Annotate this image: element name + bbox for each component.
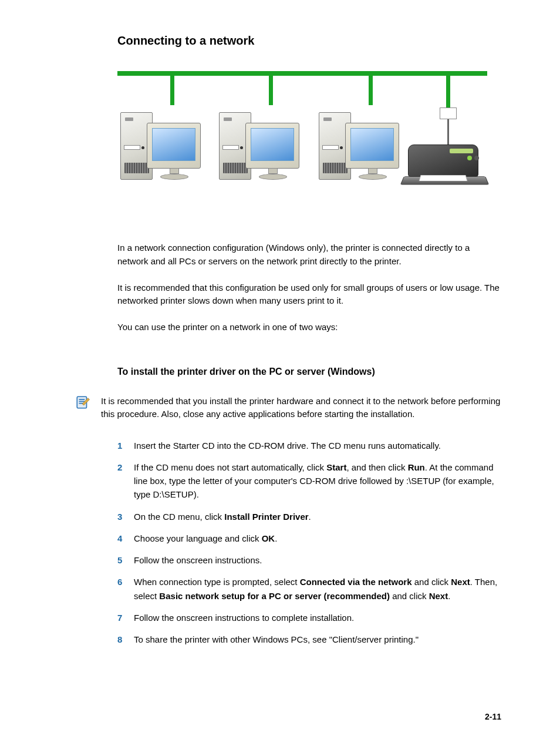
page-title: Connecting to a network	[117, 34, 501, 48]
step-item: Choose your language and click OK.	[117, 532, 501, 545]
step-item: Follow the onscreen instructions to comp…	[117, 611, 501, 624]
network-bus	[117, 71, 487, 76]
description-text: You can use the printer on a network in …	[117, 321, 501, 334]
workstation-icon	[216, 106, 304, 200]
step-item: When connection type is prompted, select…	[117, 575, 501, 603]
workstation-icon	[117, 106, 205, 200]
procedure-heading: To install the printer driver on the PC …	[117, 367, 501, 377]
step-item: To share the printer with other Windows …	[117, 633, 501, 646]
step-item: Insert the Starter CD into the CD-ROM dr…	[117, 439, 501, 452]
network-jack	[440, 107, 457, 119]
note-text: It is recommended that you install the p…	[101, 395, 501, 421]
step-item: On the CD menu, click Install Printer Dr…	[117, 510, 501, 523]
printer-icon	[402, 139, 490, 197]
drop-line	[170, 76, 174, 105]
drop-line	[369, 76, 373, 105]
description-text: It is recommended that this configuratio…	[117, 281, 501, 308]
network-diagram	[117, 71, 487, 206]
description-text: In a network connection configuration (W…	[117, 241, 501, 268]
step-item: Follow the onscreen instructions.	[117, 553, 501, 567]
step-item: If the CD menu does not start automatica…	[117, 461, 501, 502]
drop-line	[269, 76, 273, 105]
workstation-icon	[316, 106, 404, 200]
steps-list: Insert the Starter CD into the CD-ROM dr…	[117, 439, 501, 647]
note-icon	[75, 395, 90, 410]
page-number: 2-11	[485, 712, 501, 721]
